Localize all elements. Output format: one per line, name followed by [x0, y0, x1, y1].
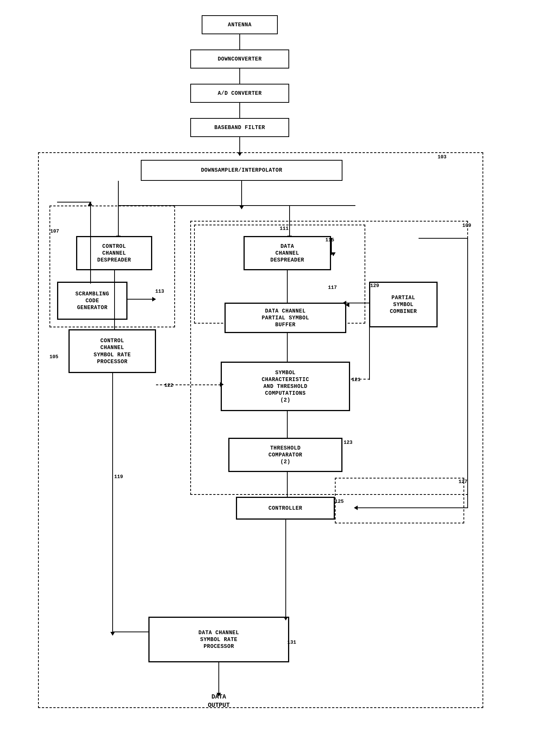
data-channel-srp-block: DATA CHANNELSYMBOL RATEPROCESSOR	[148, 617, 289, 662]
label-105: 105	[49, 354, 58, 360]
label-129: 129	[370, 283, 379, 289]
label-117: 117	[328, 285, 337, 290]
controller-block: CONTROLLER	[236, 497, 335, 520]
arrow-antenna-down	[239, 34, 240, 49]
scrambling-code-gen-block: SCRAMBLINGCODEGENERATOR	[57, 282, 127, 320]
ad-converter-block: A/D CONVERTER	[190, 84, 289, 103]
downsampler-block: DOWNSAMPLER/INTERPOLATOR	[141, 160, 342, 181]
arrow-scg-ccd	[127, 299, 152, 300]
arrow-ds-split	[241, 181, 242, 206]
feedback-line-top	[419, 238, 468, 239]
arrow-sc-tc	[287, 411, 288, 438]
label-103: 103	[438, 154, 446, 160]
label-127: 127	[459, 479, 467, 485]
data-channel-partial-symbol-buffer-block: DATA CHANNELPARTIAL SYMBOLBUFFER	[225, 303, 346, 333]
arrow-dcpsb-sc	[287, 333, 288, 362]
symbol-characteristic-block: SYMBOLCHARACTERISTICAND THRESHOLDCOMPUTA…	[221, 362, 350, 411]
arrow-bb-ds	[239, 137, 240, 152]
partial-symbol-combiner-block: PARTIALSYMBOLCOMBINER	[369, 282, 438, 327]
feedback-121-v	[369, 331, 370, 380]
arrow-ccsrp-dcsrp-v	[112, 373, 113, 632]
label-131: 131	[287, 640, 296, 645]
antenna-block: ANTENNA	[202, 15, 278, 34]
feedback-121-h	[346, 303, 369, 303]
arrow-h-right	[241, 205, 355, 206]
feedback-121-v2	[369, 305, 370, 331]
arrow-left-down	[118, 181, 119, 206]
diagram-container: ANTENNA DOWNCONVERTER A/D CONVERTER BASE…	[0, 0, 535, 756]
feedback-line-bottom	[358, 507, 468, 508]
arrow-115-head	[331, 252, 336, 256]
scg-up-line	[90, 202, 91, 284]
dashed-feedback-121	[351, 379, 370, 380]
label-109: 109	[462, 223, 471, 228]
arrow-dc-ad	[239, 69, 240, 84]
label-121: 121	[352, 377, 360, 383]
inner-dashed-127	[335, 478, 464, 523]
label-119: 119	[114, 474, 123, 480]
arrow-ccd-ccsrp	[114, 270, 115, 329]
feedback-arrowhead	[354, 506, 358, 510]
arrow-dcsrp-output	[218, 662, 219, 693]
control-channel-srp-block: CONTROLCHANNELSYMBOL RATEPROCESSOR	[68, 329, 156, 373]
label-113: 113	[155, 289, 164, 294]
arrow-dcd-dcpsb	[287, 270, 288, 303]
label-111: 111	[280, 226, 288, 231]
dashed-arrowhead-122	[220, 382, 224, 387]
data-output-label: DATAOUTPUT	[198, 693, 240, 710]
arrow-ad-bb	[239, 103, 240, 118]
downconverter-block: DOWNCONVERTER	[190, 49, 289, 69]
dashed-arrow-122	[156, 384, 221, 385]
baseband-filter-block: BASEBAND FILTER	[190, 118, 289, 137]
arrow-ctrl-dcsrp-v	[285, 520, 286, 617]
label-122: 122	[164, 383, 173, 388]
feedback-line-right	[467, 238, 468, 508]
label-115: 115	[325, 237, 334, 243]
label-107: 107	[50, 228, 59, 234]
control-channel-despreader-block: CONTROLCHANNELDESPREADER	[76, 236, 152, 270]
arrow-ctrl-dcsrp-h	[218, 617, 285, 617]
arrow-tc-ctrl	[287, 472, 288, 497]
label-123: 123	[344, 440, 352, 445]
scg-up-h	[57, 202, 91, 203]
threshold-comparator-block: THRESHOLDCOMPARATOR(2)	[228, 438, 342, 472]
data-channel-despreader-block: DATACHANNELDESPREADER	[244, 236, 331, 270]
